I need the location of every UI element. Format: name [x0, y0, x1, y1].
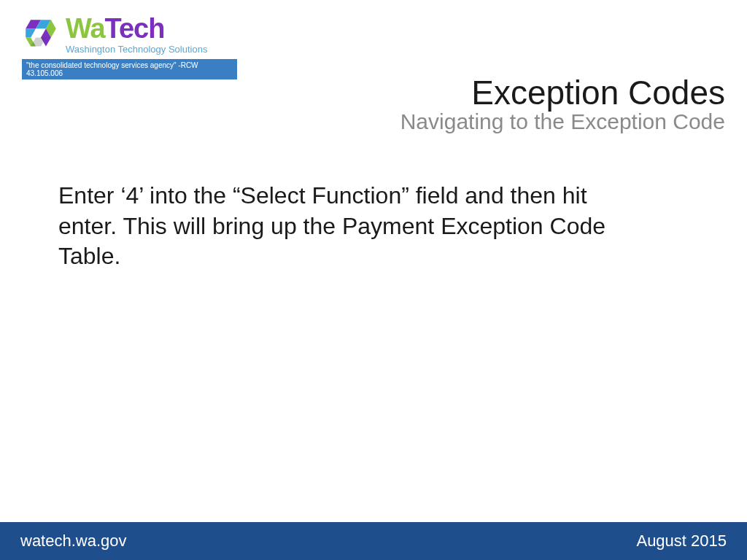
logo-area: WaTech Washington Technology Solutions "…	[22, 15, 241, 79]
body-paragraph: Enter ‘4’ into the “Select Function” fie…	[58, 181, 620, 272]
page-subtitle: Navigating to the Exception Code	[400, 109, 725, 134]
footer-bar: watech.wa.gov August 2015	[0, 522, 747, 560]
logo-name: WaTech	[66, 15, 207, 42]
footer-url: watech.wa.gov	[20, 532, 127, 551]
logo-banner: "the consolidated technology services ag…	[22, 59, 237, 79]
svg-marker-3	[26, 28, 36, 37]
logo-text: WaTech Washington Technology Solutions	[66, 15, 207, 55]
logo-hex-icon	[22, 16, 60, 54]
footer-date: August 2015	[636, 532, 727, 551]
logo-name-wa: Wa	[66, 13, 105, 44]
page-title: Exception Codes	[400, 73, 725, 112]
logo-row: WaTech Washington Technology Solutions	[22, 15, 241, 55]
title-area: Exception Codes Navigating to the Except…	[400, 73, 725, 134]
logo-tagline: Washington Technology Solutions	[66, 44, 207, 55]
logo-name-tech: Tech	[105, 13, 165, 44]
